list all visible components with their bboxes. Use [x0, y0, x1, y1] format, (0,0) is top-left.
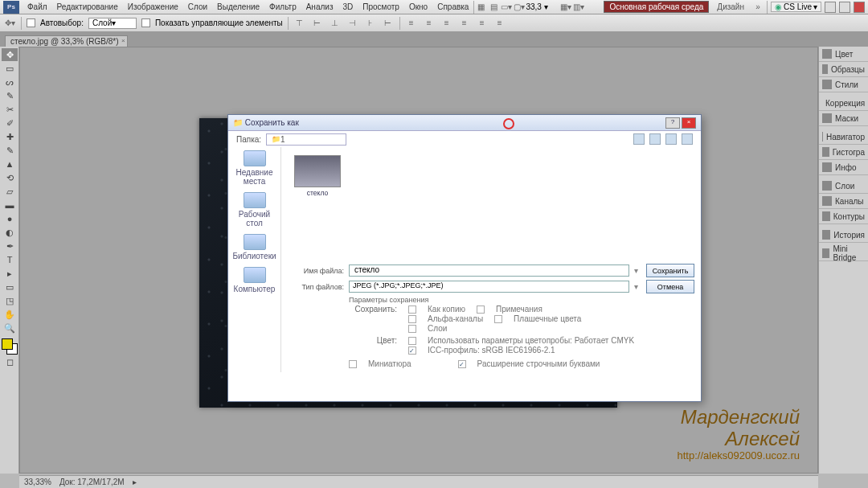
- side-recent[interactable]: Недавние места: [230, 150, 279, 186]
- panel-styles[interactable]: Стили: [819, 77, 868, 92]
- minimize-button[interactable]: [825, 2, 836, 13]
- eyedropper-tool[interactable]: ✐: [2, 117, 18, 129]
- lasso-tool[interactable]: ᔕ: [2, 76, 18, 88]
- brush-tool[interactable]: ✎: [2, 144, 18, 157]
- grid-icon[interactable]: ▦▾: [559, 1, 572, 14]
- thumbnail-checkbox[interactable]: [349, 360, 357, 368]
- dialog-file-area[interactable]: стекло Имя файла: стекло ▾ Сохранить Тип…: [281, 147, 701, 372]
- canvas-area[interactable]: 📁 Сохранить как ? × Папка: 📁 1 Недавние …: [19, 47, 818, 474]
- distribute-6-icon[interactable]: ≡: [493, 17, 506, 30]
- menu-filter[interactable]: Фильтр: [264, 2, 301, 11]
- distribute-1-icon[interactable]: ≡: [405, 17, 418, 30]
- panel-navigator[interactable]: Навигатор: [819, 129, 868, 145]
- blur-tool[interactable]: ●: [2, 212, 18, 225]
- eraser-tool[interactable]: ▱: [2, 185, 18, 198]
- menu-image[interactable]: Изображение: [123, 2, 183, 11]
- maximize-button[interactable]: [839, 2, 850, 13]
- close-tab-icon[interactable]: ×: [121, 37, 125, 44]
- guides-icon[interactable]: ▥▾: [572, 1, 585, 14]
- align-right-icon[interactable]: ⊢: [382, 17, 395, 30]
- dialog-close-button[interactable]: ×: [682, 117, 696, 129]
- align-top-icon[interactable]: ⊤: [293, 17, 306, 30]
- distribute-5-icon[interactable]: ≡: [476, 17, 489, 30]
- zoom-select[interactable]: 33,3 ▾: [526, 2, 559, 11]
- foreground-color[interactable]: [2, 338, 13, 350]
- path-select-tool[interactable]: ▸: [2, 267, 18, 280]
- panel-channels[interactable]: Каналы: [819, 194, 868, 209]
- launch-bridge-icon[interactable]: ▦: [474, 1, 487, 14]
- zoom-tool[interactable]: 🔍: [2, 322, 18, 334]
- show-transform-checkbox[interactable]: [141, 18, 150, 27]
- status-docinfo[interactable]: Док: 17,2M/17,2M: [59, 478, 125, 486]
- dialog-titlebar[interactable]: 📁 Сохранить как ? ×: [228, 115, 701, 131]
- new-folder-icon[interactable]: [665, 133, 677, 145]
- panel-info[interactable]: Инфо: [819, 160, 868, 175]
- side-libraries[interactable]: Библиотеки: [230, 234, 279, 260]
- color-swatches[interactable]: [2, 338, 17, 355]
- distribute-2-icon[interactable]: ≡: [423, 17, 436, 30]
- align-hcenter-icon[interactable]: ⊦: [364, 17, 377, 30]
- menu-file[interactable]: Файл: [23, 2, 52, 11]
- expand-workspaces-icon[interactable]: »: [752, 2, 764, 11]
- type-tool[interactable]: T: [2, 253, 18, 266]
- auto-select-type[interactable]: Слой ▾: [88, 18, 137, 29]
- proof-checkbox[interactable]: [408, 337, 416, 345]
- filename-input[interactable]: стекло: [349, 265, 629, 277]
- cslive-button[interactable]: ◉CS Live▾: [771, 2, 821, 12]
- icc-checkbox[interactable]: [408, 347, 416, 355]
- align-vcenter-icon[interactable]: ⊢: [311, 17, 324, 30]
- dodge-tool[interactable]: ◐: [2, 226, 18, 239]
- document-tab[interactable]: стекло.jpg @ 33,3% (RGB/8*) ×: [5, 35, 128, 47]
- lowercase-ext-checkbox[interactable]: [458, 360, 466, 368]
- menu-analysis[interactable]: Анализ: [301, 2, 338, 11]
- filetype-select[interactable]: JPEG (*.JPG;*.JPEG;*.JPE): [349, 281, 629, 293]
- up-icon[interactable]: [649, 133, 661, 145]
- arrange-docs-icon[interactable]: ▭▾: [500, 1, 513, 14]
- design-label[interactable]: Дизайн: [712, 2, 749, 11]
- marquee-tool[interactable]: ▭: [2, 62, 18, 75]
- screen-mode-icon[interactable]: ▢▾: [513, 1, 526, 14]
- side-computer[interactable]: Компьютер: [230, 267, 279, 293]
- menu-view[interactable]: Просмотр: [358, 2, 404, 11]
- panel-swatches[interactable]: Образцы: [819, 62, 868, 77]
- stamp-tool[interactable]: ▲: [2, 158, 18, 170]
- pen-tool[interactable]: ✒: [2, 240, 18, 252]
- panel-masks[interactable]: Маски: [819, 111, 868, 126]
- view-menu-icon[interactable]: [682, 133, 693, 145]
- side-desktop[interactable]: Рабочий стол: [230, 192, 279, 228]
- distribute-4-icon[interactable]: ≡: [458, 17, 471, 30]
- move-tool[interactable]: ✥: [2, 48, 18, 61]
- panel-paths[interactable]: Контуры: [819, 209, 868, 224]
- distribute-3-icon[interactable]: ≡: [440, 17, 453, 30]
- cancel-button[interactable]: Отмена: [646, 280, 694, 293]
- menu-window[interactable]: Окно: [404, 2, 432, 11]
- close-button[interactable]: [854, 2, 865, 13]
- copy-checkbox[interactable]: [408, 306, 416, 314]
- notes-checkbox[interactable]: [477, 306, 485, 314]
- quickmask-tool[interactable]: ◻: [2, 355, 18, 368]
- align-left-icon[interactable]: ⊣: [346, 17, 359, 30]
- menu-help[interactable]: Справка: [432, 2, 473, 11]
- folder-select[interactable]: 📁 1: [266, 133, 346, 146]
- history-brush-tool[interactable]: ⟲: [2, 171, 18, 184]
- panel-layers[interactable]: Слои: [819, 178, 868, 194]
- view-extras-icon[interactable]: ▤: [487, 1, 500, 14]
- align-bottom-icon[interactable]: ⊥: [329, 17, 342, 30]
- spot-checkbox[interactable]: [494, 315, 502, 323]
- panel-minibridge[interactable]: Mini Bridge: [819, 246, 868, 261]
- menu-3d[interactable]: 3D: [338, 2, 358, 11]
- panel-color[interactable]: Цвет: [819, 47, 868, 62]
- workspace-button[interactable]: Основная рабочая среда: [604, 1, 709, 13]
- save-button[interactable]: Сохранить: [646, 264, 694, 277]
- shape-tool[interactable]: ▭: [2, 281, 18, 293]
- menu-edit[interactable]: Редактирование: [52, 2, 123, 11]
- panel-adjustments[interactable]: Коррекция: [819, 96, 868, 111]
- healing-tool[interactable]: ✚: [2, 130, 18, 143]
- gradient-tool[interactable]: ▬: [2, 199, 18, 211]
- layers-checkbox[interactable]: [408, 325, 416, 333]
- status-zoom[interactable]: 33,33%: [24, 478, 51, 486]
- crop-tool[interactable]: ✂: [2, 103, 18, 116]
- panel-histogram[interactable]: Гистогра: [819, 145, 868, 160]
- hand-tool[interactable]: ✋: [2, 308, 18, 321]
- back-icon[interactable]: [633, 133, 645, 145]
